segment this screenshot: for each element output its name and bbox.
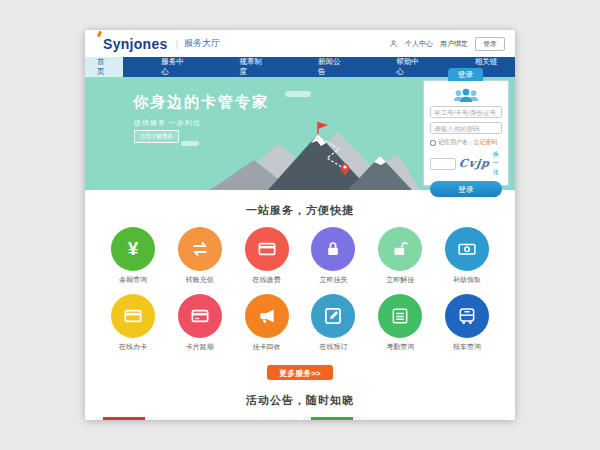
service-item-subsidy[interactable]: 补助领取 bbox=[436, 227, 498, 285]
mountains-illustration bbox=[210, 112, 420, 190]
service-item-pay[interactable]: 在线缴费 bbox=[236, 227, 298, 285]
service-item-transfer[interactable]: 转账充值 bbox=[169, 227, 231, 285]
username-input[interactable] bbox=[430, 106, 502, 118]
card-icon bbox=[245, 227, 289, 271]
remember-label: 记住用户名 bbox=[438, 138, 468, 147]
login-options: 记住用户名 | 忘记密码 bbox=[430, 138, 502, 147]
captcha-input[interactable] bbox=[430, 158, 456, 170]
header-login-button[interactable]: 登录 bbox=[475, 37, 505, 51]
login-submit-button[interactable]: 登录 bbox=[430, 181, 502, 197]
hero-cta-button[interactable]: 点击了解更多 bbox=[134, 130, 179, 143]
service-item-card-recycle[interactable]: 挂卡回收 bbox=[236, 294, 298, 352]
captcha-row: Cvjp 换一张 bbox=[430, 150, 502, 177]
services-row-1: ¥ 余额查询 转账充值 在线缴费 立即挂失 立即解挂 bbox=[85, 227, 515, 285]
bus-icon bbox=[445, 294, 489, 338]
yen-icon: ¥ bbox=[111, 227, 155, 271]
logo: Synjones | 服务大厅 bbox=[103, 36, 220, 52]
nav-item-service-center[interactable]: 服务中心 bbox=[149, 57, 201, 77]
forgot-password-link[interactable]: 忘记密码 bbox=[474, 138, 498, 147]
cloud-decoration bbox=[181, 141, 199, 146]
remember-checkbox[interactable] bbox=[430, 140, 436, 146]
list-icon bbox=[378, 294, 422, 338]
captcha-refresh-link[interactable]: 换一张 bbox=[493, 150, 502, 177]
panel-left-tabbar: 使用指南 最新公告 更多>> bbox=[95, 417, 297, 420]
logo-text: Synjones bbox=[103, 36, 168, 52]
service-item-cancel-loss[interactable]: 立即解挂 bbox=[369, 227, 431, 285]
service-item-report-loss[interactable]: 立即挂失 bbox=[302, 227, 364, 285]
announcement-panel-left: 使用指南 最新公告 更多>> bbox=[95, 417, 297, 420]
megaphone-icon bbox=[245, 294, 289, 338]
card-icon bbox=[178, 294, 222, 338]
nav-item-help[interactable]: 帮助中心 bbox=[384, 57, 436, 77]
site-page: Synjones | 服务大厅 个人中心 用户绑定 登录 首页 服务中心 规章制… bbox=[85, 30, 515, 420]
user-binding-link[interactable]: 用户绑定 bbox=[440, 39, 468, 49]
lock-icon bbox=[311, 227, 355, 271]
service-item-online-booking[interactable]: 在线预订 bbox=[302, 294, 364, 352]
captcha-image: Cvjp bbox=[458, 157, 491, 170]
header-links: 个人中心 用户绑定 登录 bbox=[389, 37, 505, 51]
tab-usage-guide[interactable]: 使用指南 bbox=[103, 417, 145, 421]
users-icon bbox=[451, 85, 481, 103]
more-services-button[interactable]: 更多服务>> bbox=[267, 365, 333, 380]
unlock-icon bbox=[378, 227, 422, 271]
card-icon bbox=[111, 294, 155, 338]
password-input[interactable] bbox=[430, 122, 502, 134]
options-separator: | bbox=[470, 140, 472, 146]
header: Synjones | 服务大厅 个人中心 用户绑定 登录 bbox=[85, 30, 515, 57]
person-icon bbox=[389, 39, 398, 48]
nav-item-home[interactable]: 首页 bbox=[85, 57, 123, 77]
banknote-icon bbox=[445, 227, 489, 271]
services-title: 一站服务，方便快捷 bbox=[85, 203, 515, 218]
services-row-2: 在线办卡 卡片延期 挂卡回收 在线预订 考勤查询 bbox=[85, 294, 515, 352]
announcements-title: 活动公告，随时知晓 bbox=[85, 393, 515, 408]
nav-item-news[interactable]: 新闻公告 bbox=[306, 57, 358, 77]
hero-title: 你身边的卡管专家 bbox=[133, 93, 269, 112]
login-panel: 记住用户名 | 忘记密码 Cvjp 换一张 登录 bbox=[423, 80, 509, 186]
site-name: 服务大厅 bbox=[184, 37, 220, 50]
nav-item-rules[interactable]: 规章制度 bbox=[228, 57, 280, 77]
cloud-decoration bbox=[285, 91, 311, 97]
logo-accent bbox=[97, 31, 102, 38]
tab-usage-guide[interactable]: 使用指南 bbox=[311, 417, 353, 421]
service-item-apply-card[interactable]: 在线办卡 bbox=[102, 294, 164, 352]
transfer-icon bbox=[178, 227, 222, 271]
announcement-panels: 使用指南 最新公告 更多>> 使用指南 更多>> bbox=[85, 417, 515, 420]
logo-separator: | bbox=[176, 39, 178, 49]
service-item-card-extension[interactable]: 卡片延期 bbox=[169, 294, 231, 352]
personal-center-link[interactable]: 个人中心 bbox=[405, 39, 433, 49]
hero-subtitle: 提供服务 一步到位 bbox=[134, 118, 201, 128]
login-tab[interactable]: 登录 bbox=[448, 68, 483, 81]
service-item-school-bus[interactable]: 校车查询 bbox=[436, 294, 498, 352]
panel-right-tabbar: 使用指南 更多>> bbox=[303, 417, 505, 420]
service-item-balance[interactable]: ¥ 余额查询 bbox=[102, 227, 164, 285]
edit-icon bbox=[311, 294, 355, 338]
announcement-panel-right: 使用指南 更多>> bbox=[303, 417, 505, 420]
service-item-attendance[interactable]: 考勤查询 bbox=[369, 294, 431, 352]
